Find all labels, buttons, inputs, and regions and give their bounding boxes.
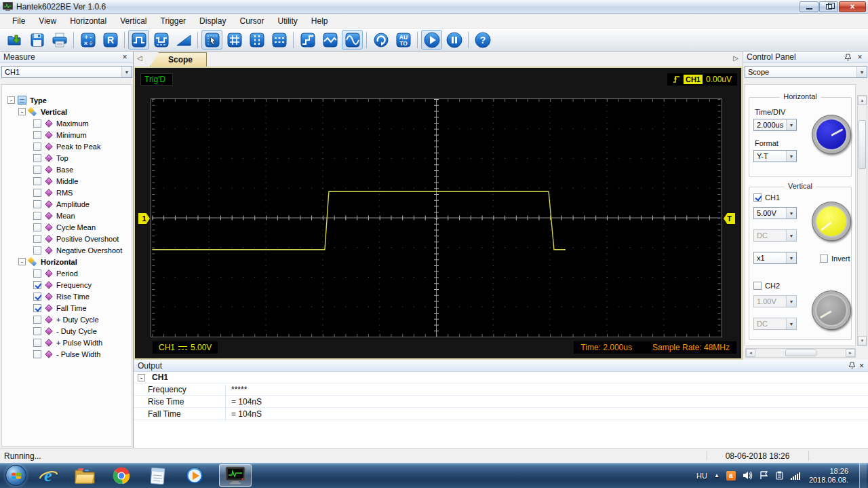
checkbox[interactable] xyxy=(33,350,41,358)
open-button[interactable] xyxy=(4,30,25,50)
scroll-up-icon[interactable]: ▲ xyxy=(858,96,867,105)
taskbar-hantek-app[interactable] xyxy=(219,464,252,487)
menu-help[interactable]: Help xyxy=(304,14,335,28)
output-close-icon[interactable]: × xyxy=(859,361,864,371)
checkbox[interactable] xyxy=(33,339,41,347)
ch1-enable[interactable]: CH1 xyxy=(753,193,780,202)
show-desktop-button[interactable] xyxy=(859,463,867,488)
start-button[interactable] xyxy=(421,30,442,50)
taskbar-chrome[interactable] xyxy=(109,464,134,487)
checkbox[interactable] xyxy=(33,269,41,278)
pin-icon[interactable] xyxy=(849,362,855,369)
checkbox[interactable] xyxy=(33,154,41,162)
tab-scroll-left-icon[interactable]: ◁ xyxy=(137,54,142,62)
checkbox[interactable] xyxy=(33,316,41,324)
taskbar-media-player[interactable] xyxy=(182,464,207,487)
vertical-cursors-button[interactable] xyxy=(246,30,267,50)
checkbox[interactable] xyxy=(33,119,41,128)
ch1-probe-select[interactable]: x1▼ xyxy=(753,252,797,264)
language-indicator[interactable]: HU xyxy=(696,472,707,480)
scroll-right-icon[interactable]: ► xyxy=(846,349,855,357)
scroll-thumb[interactable] xyxy=(859,120,866,169)
auto-setup-button[interactable]: AUTO xyxy=(393,30,414,50)
tree-item-fall-time[interactable]: Fall Time xyxy=(2,302,132,314)
grid-button[interactable] xyxy=(224,30,245,50)
tree-item-neg-duty-cycle[interactable]: - Duty Cycle xyxy=(2,325,132,337)
tray-clock[interactable]: 18:26 2018.06.08. xyxy=(809,467,848,485)
pulse-negative-button[interactable] xyxy=(151,30,172,50)
output-group-row[interactable]: - CH1 xyxy=(134,372,868,383)
checkbox[interactable] xyxy=(33,304,41,312)
menu-vertical[interactable]: Vertical xyxy=(113,14,153,28)
checkbox[interactable] xyxy=(33,223,41,231)
collapse-icon[interactable]: - xyxy=(18,108,26,115)
control-panel-close-icon[interactable]: × xyxy=(855,52,865,62)
control-panel-mode-select[interactable]: Scope ▼ xyxy=(745,66,867,78)
tree-item-maximum[interactable]: Maximum xyxy=(2,117,132,129)
minimize-button[interactable] xyxy=(800,1,818,12)
menu-utility[interactable]: Utility xyxy=(271,14,304,28)
taskbar-file-explorer[interactable] xyxy=(73,464,97,487)
ch1-coupling-select[interactable]: DC▼ xyxy=(753,229,797,242)
tree-item-mean[interactable]: Mean xyxy=(2,210,132,221)
scroll-thumb[interactable] xyxy=(785,350,816,356)
checkbox[interactable] xyxy=(33,293,41,301)
tree-item-base[interactable]: Base xyxy=(2,164,132,175)
tree-item-pos-duty-cycle[interactable]: + Duty Cycle xyxy=(2,314,132,325)
checkbox[interactable] xyxy=(753,193,762,202)
reference-button[interactable]: R xyxy=(100,30,121,50)
ch1-volts-select[interactable]: 5.00V▼ xyxy=(753,207,797,219)
tab-scroll-right-icon[interactable]: ▷ xyxy=(733,54,738,62)
cursor-button[interactable] xyxy=(201,30,222,50)
restore-button[interactable] xyxy=(819,1,838,12)
menu-display[interactable]: Display xyxy=(193,14,233,28)
gadget-icon[interactable] xyxy=(775,471,784,480)
checkbox[interactable] xyxy=(33,177,41,185)
taskbar-notepad[interactable] xyxy=(146,464,170,487)
checkbox[interactable] xyxy=(33,212,41,220)
linear-interpolation-button[interactable] xyxy=(319,30,340,50)
antivirus-tray-icon[interactable]: a xyxy=(726,471,736,481)
tree-item-period[interactable]: Period xyxy=(2,267,132,279)
math-button[interactable]: + -× ÷ xyxy=(77,30,98,50)
checkbox[interactable] xyxy=(33,327,41,335)
menu-cursor[interactable]: Cursor xyxy=(233,14,271,28)
tab-scope[interactable]: Scope xyxy=(150,52,207,67)
collapse-icon[interactable]: - xyxy=(138,374,145,381)
ch2-enable[interactable]: CH2 xyxy=(753,282,780,290)
tree-item-frequency[interactable]: Frequency xyxy=(2,279,132,290)
trigger-level-marker[interactable]: T xyxy=(724,213,735,224)
checkbox[interactable] xyxy=(33,166,41,174)
menu-view[interactable]: View xyxy=(32,14,63,28)
checkbox[interactable] xyxy=(33,131,41,139)
help-button[interactable]: ? xyxy=(472,30,493,50)
tray-expand-icon[interactable]: ▲ xyxy=(714,472,719,478)
measure-close-icon[interactable]: × xyxy=(120,52,130,62)
ch2-coupling-select[interactable]: DC▼ xyxy=(753,318,797,330)
menu-file[interactable]: File xyxy=(5,14,32,28)
save-button[interactable] xyxy=(26,30,47,50)
ramp-button[interactable] xyxy=(173,30,194,50)
checkbox[interactable] xyxy=(820,255,828,263)
tree-item-negative-overshoot[interactable]: Negative Overshoot xyxy=(2,244,132,256)
network-signal-icon[interactable] xyxy=(791,472,801,480)
step-interpolation-button[interactable] xyxy=(297,30,318,50)
ch2-position-knob[interactable] xyxy=(812,290,851,330)
collapse-icon[interactable]: - xyxy=(7,96,15,104)
tree-item-positive-overshoot[interactable]: Positive Overshoot xyxy=(2,233,132,244)
tree-node-type[interactable]: -Type xyxy=(2,94,132,106)
tree-item-amplitude[interactable]: Amplitude xyxy=(2,198,132,210)
sine-interpolation-button[interactable] xyxy=(342,30,363,50)
tree-node-vertical[interactable]: -Vertical xyxy=(2,106,132,117)
ch1-level-marker[interactable]: 1 xyxy=(138,213,150,224)
tree-item-peak-to-peak[interactable]: Peak to Peak xyxy=(2,140,132,152)
checkbox[interactable] xyxy=(33,235,41,243)
horizontal-position-knob[interactable] xyxy=(812,115,851,154)
measure-channel-select[interactable]: CH1 ▼ xyxy=(1,66,132,78)
menu-horizontal[interactable]: Horizontal xyxy=(63,14,113,28)
refresh-button[interactable] xyxy=(370,30,391,50)
ch2-volts-select[interactable]: 1.00V▼ xyxy=(753,295,797,307)
control-panel-hscrollbar[interactable]: ◄ ► xyxy=(745,348,856,358)
pause-button[interactable] xyxy=(443,30,465,50)
timediv-select[interactable]: 2.000us▼ xyxy=(753,119,797,131)
